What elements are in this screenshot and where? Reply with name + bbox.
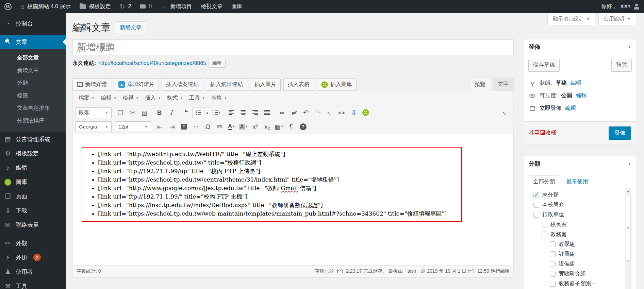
bulleted-list-style-dropdown[interactable]: ▲ [204, 107, 210, 118]
edit-visibility-link[interactable]: 編輯 [576, 92, 587, 99]
new-item-link[interactable]: ＋ 新增項目 [156, 0, 196, 13]
cut-button[interactable] [127, 107, 138, 118]
move-to-trash-link[interactable]: 移至回收桶 [529, 130, 556, 137]
help-button[interactable]: 使用說明 ▼ [598, 13, 636, 25]
wordpress-menu[interactable]: W [0, 0, 16, 13]
sidebar-item-media[interactable]: ♪ 媒體 [0, 160, 66, 175]
align-left-button[interactable] [226, 107, 237, 118]
preview-button[interactable]: 預覽 [611, 59, 632, 71]
checkbox[interactable] [533, 212, 539, 218]
edit-schedule-link[interactable]: 編輯 [565, 105, 576, 112]
scrollbar-thumb[interactable] [626, 196, 630, 260]
blockquote-button[interactable] [181, 107, 192, 118]
sidebar-item-announcements[interactable]: ▤ 公告管理系統 [0, 132, 66, 146]
tab-visual[interactable]: 預覽 [469, 78, 491, 91]
chevron-up-icon[interactable]: ▲ [628, 162, 631, 166]
view-post-link[interactable]: 檢視文章 [196, 0, 227, 13]
tab-text[interactable]: 文字 [493, 78, 514, 91]
sidebar-item-downloads[interactable]: ⇩ 下載 [0, 203, 66, 218]
sidebar-item-users[interactable]: ♟ 使用者 [0, 265, 66, 279]
editor-content[interactable]: [link url="http://webitr.tp.edu.tw/WebIT… [73, 134, 513, 265]
insert-image-button[interactable]: 插入圖片 [250, 78, 281, 91]
checkbox-checked[interactable] [533, 192, 539, 198]
checkbox[interactable] [550, 271, 556, 277]
horizontal-rule-button[interactable] [214, 121, 225, 132]
add-slideshow-button[interactable]: ▲ 添加幻燈片 [114, 78, 159, 91]
edit-status-link[interactable]: 編輯 [570, 80, 581, 87]
submenu-categories[interactable]: 分類 [0, 77, 66, 89]
checkbox[interactable] [550, 251, 556, 257]
insert-gallery-button[interactable]: ∷ 插入圖庫 [317, 78, 357, 91]
menu-tools[interactable]: 工具▼ [186, 92, 208, 104]
submenu-taxonomy-order[interactable]: 分類法排序 [0, 115, 66, 127]
help-button-editor[interactable]: ? [297, 121, 309, 132]
menu-edit[interactable]: 編輯▼ [98, 92, 120, 104]
clear-formatting-button[interactable] [190, 121, 201, 132]
submenu-tags[interactable]: 標籤 [0, 89, 66, 102]
sidebar-item-posts[interactable]: 文章 [0, 35, 66, 49]
sidebar-item-template-settings[interactable]: ⚙ 模板設定 [0, 146, 66, 160]
gallery-link[interactable]: 圖庫 [227, 0, 247, 13]
paragraph-format-select[interactable]: 段落▼ [76, 107, 112, 118]
justify-button[interactable] [262, 107, 273, 118]
bulleted-list-button[interactable] [193, 107, 204, 118]
post-title-input[interactable] [72, 39, 514, 55]
checkbox[interactable] [542, 232, 547, 237]
menu-insert[interactable]: 插入▼ [142, 92, 164, 104]
special-character-button[interactable]: Ω [202, 121, 213, 132]
checkbox[interactable] [542, 222, 547, 227]
italic-button[interactable]: I [166, 107, 177, 118]
submenu-new-post[interactable]: 新增文章 [0, 64, 66, 77]
comments-link[interactable]: 0 [135, 0, 156, 13]
menu-view[interactable]: 檢視▼ [120, 92, 142, 104]
permalink-url[interactable]: http://localhost/school40/uncategorized/… [98, 60, 206, 66]
site-name-link[interactable]: ⌂ 校園網站 4.0 展示 [16, 0, 75, 13]
sidebar-item-contact-forms[interactable]: ✉ 聯絡表單 [0, 218, 66, 232]
insert-table-button[interactable]: 插入表格 [283, 78, 314, 91]
paste-as-text-button[interactable]: T [178, 121, 189, 132]
updates-link[interactable]: ↻ 2 [115, 0, 136, 13]
tab-all-categories[interactable]: 全部分類 [529, 175, 559, 188]
page-break-button[interactable] [348, 107, 359, 118]
source-code-button[interactable] [336, 107, 347, 118]
save-draft-button[interactable]: 儲存草稿 [528, 59, 560, 71]
checkbox[interactable] [533, 202, 539, 208]
template-settings-link[interactable]: 模板設定 [75, 0, 115, 13]
align-right-button[interactable] [250, 107, 261, 118]
chevron-up-icon[interactable]: ▲ [628, 45, 631, 49]
edit-permalink-button[interactable]: 編輯 [209, 59, 226, 68]
superscript-button[interactable]: x² [250, 121, 261, 132]
account-menu[interactable]: 你好，aish [597, 3, 644, 10]
copy-button[interactable] [115, 107, 126, 118]
insert-url-link-button[interactable]: 插入網址連結 [206, 78, 247, 91]
expand-toolbar-button[interactable]: ↔ [324, 107, 335, 118]
scroll-up-arrow-icon[interactable]: ▲ [625, 188, 631, 194]
outdent-button[interactable] [154, 121, 166, 132]
subscript-button[interactable]: x₂ [262, 121, 273, 132]
table-button[interactable]: ▼ [274, 121, 285, 132]
sidebar-item-plugins[interactable]: ⚡ 外掛 2 [0, 250, 66, 265]
font-size-select[interactable]: 12pt▼ [115, 121, 151, 132]
font-family-select[interactable]: Georgia▼ [76, 121, 112, 132]
undo-button[interactable] [300, 107, 312, 118]
redo-button[interactable] [312, 107, 324, 118]
nextgen-insert-button[interactable]: ∷ [360, 107, 371, 118]
numbered-list-button[interactable]: ▼ [211, 107, 222, 118]
paste-button[interactable] [139, 107, 150, 118]
align-center-button[interactable] [238, 107, 249, 118]
submenu-post-order[interactable]: 文章自定排序 [0, 102, 66, 115]
background-color-button[interactable]: A▼ [238, 121, 249, 132]
sidebar-item-appearance[interactable]: ✑ 外觀 [0, 236, 66, 250]
text-color-button[interactable]: A▼ [226, 121, 237, 132]
screen-options-button[interactable]: 顯示項目設定 ▼ [547, 13, 595, 25]
sidebar-item-gallery[interactable]: ∷ 圖庫 [0, 175, 66, 189]
insert-link-button[interactable] [277, 107, 288, 118]
sidebar-item-pages[interactable]: ❐ 頁面 [0, 189, 66, 203]
add-media-button[interactable]: ♪ 新增媒體 [72, 78, 111, 91]
paragraph-mark-button[interactable]: ¶ [285, 121, 297, 132]
checkbox[interactable] [550, 281, 556, 287]
checkbox[interactable] [550, 241, 556, 247]
publish-button[interactable]: 發佈 [609, 126, 631, 140]
checkbox[interactable] [550, 261, 556, 267]
menu-format[interactable]: 格式▼ [164, 92, 186, 104]
